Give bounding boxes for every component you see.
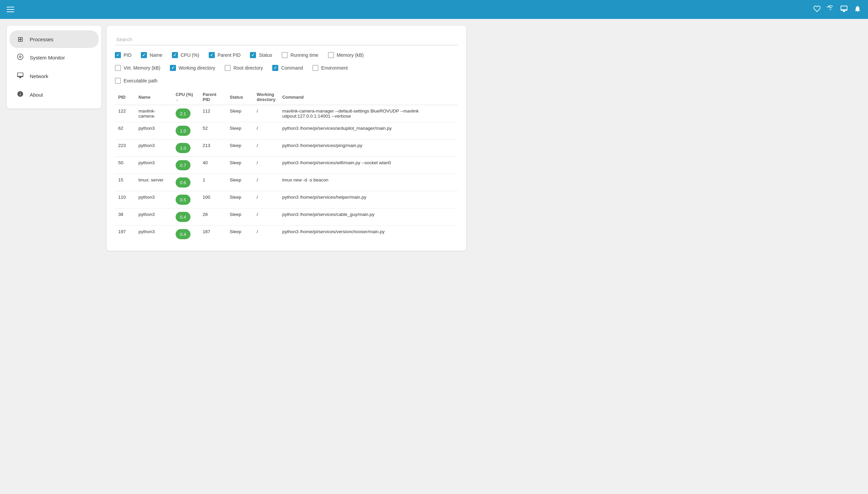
cell-name: python3 <box>135 157 172 174</box>
cell-parent-pid: 28 <box>199 208 226 226</box>
process-table: PID Name CPU (%) ↓ Parent PID Status Wor… <box>115 89 458 243</box>
checkbox-parent-pid[interactable] <box>209 52 215 58</box>
sidebar-item-about[interactable]: About <box>9 86 99 104</box>
toggle-working-dir-label: Working directory <box>179 65 216 71</box>
cell-name: python3 <box>135 208 172 226</box>
toggle-command[interactable]: Command <box>272 65 303 71</box>
hamburger-menu[interactable] <box>7 7 14 12</box>
checkbox-virt-memory[interactable] <box>115 65 121 71</box>
toggle-working-dir[interactable]: Working directory <box>170 65 216 71</box>
content-area: PID Name CPU (%) Parent PID Status <box>107 26 466 251</box>
cell-pid: 15 <box>115 174 135 191</box>
cell-working-dir: / <box>253 157 279 174</box>
th-pid[interactable]: PID <box>115 89 135 105</box>
sidebar-item-processes[interactable]: ⊞ Processes <box>9 31 99 48</box>
column-toggles-row2: Virt. Memory (kB) Working directory Root… <box>115 65 458 71</box>
cell-name: tmux: server <box>135 174 172 191</box>
cell-status: Sleep <box>226 191 253 208</box>
cell-parent-pid: 112 <box>199 105 226 122</box>
toggle-executable-path[interactable]: Executable path <box>115 78 157 84</box>
cell-parent-pid: 187 <box>199 226 226 243</box>
search-container <box>115 34 458 45</box>
table-header-row: PID Name CPU (%) ↓ Parent PID Status Wor… <box>115 89 458 105</box>
table-row: 38 python3 0.4 28 Sleep / python3 /home/… <box>115 208 458 226</box>
cell-cpu: 1.0 <box>172 139 199 157</box>
th-cpu[interactable]: CPU (%) ↓ <box>172 89 199 105</box>
toggle-pid[interactable]: PID <box>115 52 131 58</box>
checkbox-memory[interactable] <box>328 52 334 58</box>
cell-cpu: 0.7 <box>172 157 199 174</box>
sidebar-item-system-monitor[interactable]: System Monitor <box>9 49 99 66</box>
topbar <box>0 0 868 19</box>
th-command[interactable]: Command <box>279 89 458 105</box>
toggle-virt-memory-label: Virt. Memory (kB) <box>124 65 160 71</box>
table-row: 62 python3 1.0 52 Sleep / python3 /home/… <box>115 122 458 139</box>
cell-command: python3 /home/pi/services/versionchooser… <box>279 226 458 243</box>
toggle-cpu-label: CPU (%) <box>181 52 199 58</box>
toggle-environment[interactable]: Environment <box>312 65 348 71</box>
cell-name: python3 <box>135 191 172 208</box>
sidebar-label-network: Network <box>30 73 48 79</box>
cell-command: python3 /home/pi/services/ping/main.py <box>279 139 458 157</box>
monitor-icon <box>840 5 848 14</box>
th-parent-pid[interactable]: Parent PID <box>199 89 226 105</box>
cell-pid: 62 <box>115 122 135 139</box>
th-working-dir[interactable]: Working directory <box>253 89 279 105</box>
toggle-running-time[interactable]: Running time <box>282 52 318 58</box>
checkbox-environment[interactable] <box>312 65 318 71</box>
cell-parent-pid: 1 <box>199 174 226 191</box>
wifi-icon <box>827 5 834 14</box>
sidebar: ⊞ Processes System Monitor Network About <box>7 26 101 109</box>
network-icon <box>16 72 24 80</box>
cell-name: python3 <box>135 139 172 157</box>
toggle-name-label: Name <box>150 52 162 58</box>
toggle-memory[interactable]: Memory (kB) <box>328 52 364 58</box>
sidebar-item-network[interactable]: Network <box>9 67 99 85</box>
cpu-badge: 0.4 <box>176 229 191 239</box>
toggle-status-label: Status <box>259 52 272 58</box>
checkbox-command[interactable] <box>272 65 278 71</box>
column-toggles-row3: Executable path <box>115 78 458 84</box>
cpu-badge: 1.0 <box>176 143 191 153</box>
checkbox-root-dir[interactable] <box>224 65 231 71</box>
cpu-badge: 0.6 <box>176 177 191 188</box>
main-layout: ⊞ Processes System Monitor Network About <box>0 19 473 258</box>
table-row: 197 python3 0.4 187 Sleep / python3 /hom… <box>115 226 458 243</box>
toggle-parent-pid[interactable]: Parent PID <box>209 52 240 58</box>
cpu-badge: 1.0 <box>176 126 191 136</box>
toggle-status[interactable]: Status <box>250 52 272 58</box>
cell-command: python3 /home/pi/services/ardupilot_mana… <box>279 122 458 139</box>
toggle-root-dir[interactable]: Root directory <box>224 65 263 71</box>
checkbox-running-time[interactable] <box>282 52 288 58</box>
checkbox-pid[interactable] <box>115 52 121 58</box>
toggle-memory-label: Memory (kB) <box>337 52 364 58</box>
th-name[interactable]: Name <box>135 89 172 105</box>
system-monitor-icon <box>16 53 24 62</box>
th-status[interactable]: Status <box>226 89 253 105</box>
toggle-executable-path-label: Executable path <box>124 78 157 83</box>
cell-name: mavlink-camera- <box>135 105 172 122</box>
cell-status: Sleep <box>226 226 253 243</box>
cell-status: Sleep <box>226 174 253 191</box>
toggle-cpu[interactable]: CPU (%) <box>172 52 199 58</box>
cell-cpu: 1.0 <box>172 122 199 139</box>
cell-working-dir: / <box>253 226 279 243</box>
cell-name: python3 <box>135 122 172 139</box>
checkbox-name[interactable] <box>141 52 147 58</box>
cell-cpu: 0.5 <box>172 191 199 208</box>
bell-icon <box>854 5 861 14</box>
cell-status: Sleep <box>226 208 253 226</box>
toggle-name[interactable]: Name <box>141 52 162 58</box>
checkbox-executable-path[interactable] <box>115 78 121 84</box>
sort-arrow: ↓ <box>176 98 178 102</box>
svg-point-0 <box>18 54 23 60</box>
search-input[interactable] <box>115 34 458 45</box>
cpu-badge: 2.1 <box>176 109 191 119</box>
cell-cpu: 2.1 <box>172 105 199 122</box>
cpu-badge: 0.4 <box>176 212 191 222</box>
checkbox-working-dir[interactable] <box>170 65 176 71</box>
cell-cpu: 0.4 <box>172 226 199 243</box>
checkbox-status[interactable] <box>250 52 256 58</box>
checkbox-cpu[interactable] <box>172 52 178 58</box>
toggle-virt-memory[interactable]: Virt. Memory (kB) <box>115 65 160 71</box>
